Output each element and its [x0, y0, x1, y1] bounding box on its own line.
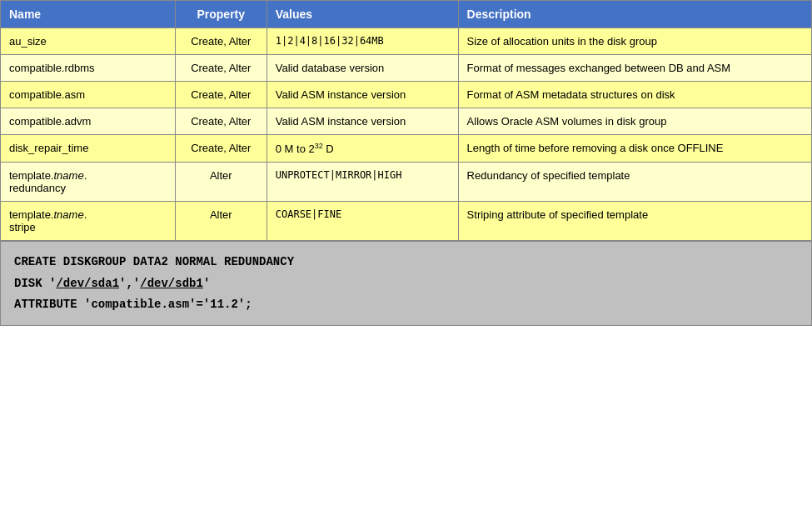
cell-values: Valid ASM instance version [267, 108, 458, 135]
code-line2-dev1: /dev/sda1 [56, 277, 119, 290]
cell-values: 1|2|4|8|16|32|64MB [267, 28, 458, 55]
table-row: au_sizeCreate, Alter1|2|4|8|16|32|64MBSi… [1, 28, 812, 55]
table-row: template.tname.stripeAlterCOARSE|FINEStr… [1, 202, 812, 241]
code-line-3: ATTRIBUTE 'compatible.asm'='11.2'; [14, 294, 798, 315]
italic-tname: tname [53, 208, 83, 221]
cell-description: Size of allocation units in the disk gro… [458, 28, 811, 55]
cell-property: Create, Alter [175, 55, 267, 82]
cell-description: Striping attribute of specified template [458, 202, 811, 241]
table-row: compatible.rdbmsCreate, AlterValid datab… [1, 55, 812, 82]
cell-values: COARSE|FINE [267, 202, 458, 241]
header-name: Name [1, 1, 176, 28]
cell-property: Create, Alter [175, 135, 267, 163]
code-line2-suffix: ' [203, 277, 210, 290]
code-line2-dev2: /dev/sdb1 [140, 277, 203, 290]
code-line2-mid: ',' [119, 277, 140, 290]
cell-description: Format of messages exchanged between DB … [458, 55, 811, 82]
code-line3-text: ATTRIBUTE 'compatible.asm'='11.2'; [14, 298, 252, 311]
code-line1-text: CREATE DISKGROUP DATA2 NORMAL REDUNDANCY [14, 255, 294, 268]
table-row: compatible.asmCreate, AlterValid ASM ins… [1, 82, 812, 108]
cell-name: compatible.advm [1, 108, 176, 135]
table-row: compatible.advmCreate, AlterValid ASM in… [1, 108, 812, 135]
cell-name: compatible.asm [1, 82, 176, 108]
cell-name: template.tname.redundancy [1, 163, 176, 202]
code-line2-prefix: DISK ' [14, 277, 56, 290]
table-body: au_sizeCreate, Alter1|2|4|8|16|32|64MBSi… [1, 28, 812, 241]
code-block: CREATE DISKGROUP DATA2 NORMAL REDUNDANCY… [0, 241, 812, 326]
header-values: Values [267, 1, 458, 28]
table-row: disk_repair_timeCreate, Alter0 M to 232 … [1, 135, 812, 163]
cell-property: Create, Alter [175, 28, 267, 55]
code-line-1: CREATE DISKGROUP DATA2 NORMAL REDUNDANCY [14, 252, 798, 273]
cell-description: Format of ASM metadata structures on dis… [458, 82, 811, 108]
cell-property: Create, Alter [175, 82, 267, 108]
cell-description: Redundancy of specified template [458, 163, 811, 202]
cell-values: UNPROTECT|MIRROR|HIGH [267, 163, 458, 202]
cell-values: 0 M to 232 D [267, 135, 458, 163]
cell-name: disk_repair_time [1, 135, 176, 163]
cell-property: Create, Alter [175, 108, 267, 135]
cell-description: Length of time before removing a disk on… [458, 135, 811, 163]
cell-values: Valid ASM instance version [267, 82, 458, 108]
italic-tname: tname [53, 169, 83, 182]
cell-property: Alter [175, 163, 267, 202]
cell-name: compatible.rdbms [1, 55, 176, 82]
code-line-2: DISK '/dev/sda1','/dev/sdb1' [14, 273, 798, 294]
cell-description: Allows Oracle ASM volumes in disk group [458, 108, 811, 135]
cell-name: au_size [1, 28, 176, 55]
cell-property: Alter [175, 202, 267, 241]
table-header-row: Name Property Values Description [1, 1, 812, 28]
cell-values: Valid database version [267, 55, 458, 82]
header-description: Description [458, 1, 811, 28]
header-property: Property [175, 1, 267, 28]
main-table: Name Property Values Description au_size… [0, 0, 812, 241]
table-row: template.tname.redundancyAlterUNPROTECT|… [1, 163, 812, 202]
cell-name: template.tname.stripe [1, 202, 176, 241]
